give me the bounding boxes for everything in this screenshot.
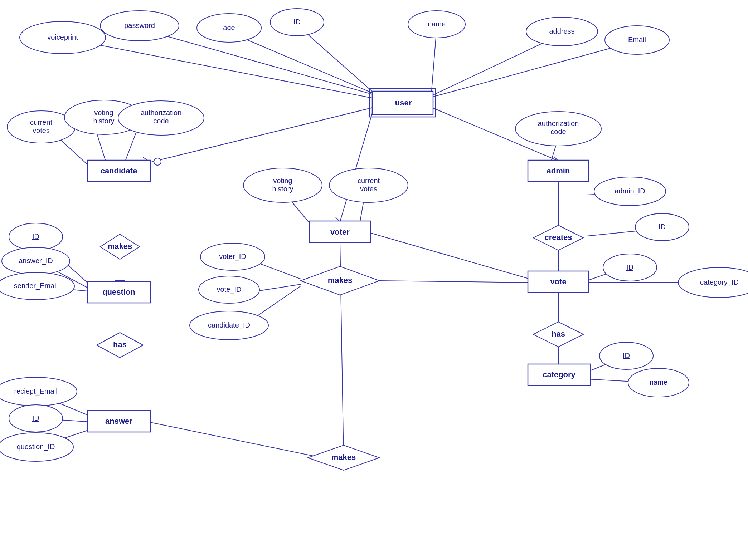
name-text: name [428, 20, 446, 28]
vote-id-text: vote_ID [217, 285, 242, 294]
candidate-id-text: candidate_ID [208, 321, 250, 329]
email-text: Email [628, 36, 646, 44]
admin-id-text: admin_ID [615, 187, 645, 195]
cat-name-text: name [650, 378, 667, 386]
auth-code-admin-text: authorization [538, 119, 579, 127]
creates-label: creates [544, 233, 572, 242]
svg-point-11 [154, 158, 161, 165]
svg-text:history: history [272, 185, 293, 193]
question-label: question [102, 288, 135, 296]
question-id2-text: question_ID [17, 443, 55, 451]
current-votes-cand-text: current [30, 118, 53, 126]
category-id-text: category_ID [700, 278, 739, 286]
reciept-email-text: reciept_Email [14, 387, 57, 396]
question-id-text: ID [32, 232, 39, 240]
answer-id2-text: ID [32, 414, 39, 422]
answer-id-text: answer_ID [19, 257, 53, 265]
has-vote-label: has [552, 329, 565, 338]
user-label: user [395, 98, 412, 107]
voiceprint-text: voiceprint [47, 33, 78, 41]
vote-id2-text: ID [626, 263, 633, 271]
category-label: category [543, 370, 575, 379]
admin-label: admin [547, 166, 570, 175]
voter-id-text: voter_ID [219, 252, 246, 261]
makes-voter-label: makes [328, 276, 353, 285]
svg-text:history: history [93, 117, 115, 125]
id-text: ID [293, 18, 301, 26]
makes-answer-label: makes [331, 453, 356, 462]
voting-history-cand-text: voting [94, 109, 113, 117]
svg-text:votes: votes [33, 127, 50, 134]
answer-label: answer [105, 417, 132, 426]
er-diagram: user candidate voter admin vote question… [0, 0, 748, 560]
creates-id-text: ID [659, 223, 666, 231]
age-text: age [223, 24, 235, 31]
current-votes-voter-text: current [358, 177, 380, 185]
svg-text:code: code [550, 128, 566, 136]
candidate-label: candidate [101, 166, 137, 175]
cat-id-text: ID [623, 352, 630, 359]
voter-label: voter [330, 227, 350, 236]
svg-text:votes: votes [360, 185, 377, 193]
voting-history-voter-text: voting [273, 177, 292, 185]
makes-candidate-label: makes [108, 242, 132, 251]
svg-text:code: code [153, 117, 169, 125]
vote-label: vote [550, 277, 566, 286]
password-text: password [124, 21, 155, 29]
sender-email-text: sender_Email [14, 282, 58, 290]
auth-code-cand-text: authorization [141, 109, 182, 117]
has-question-label: has [113, 340, 127, 349]
address-text: address [549, 27, 574, 35]
